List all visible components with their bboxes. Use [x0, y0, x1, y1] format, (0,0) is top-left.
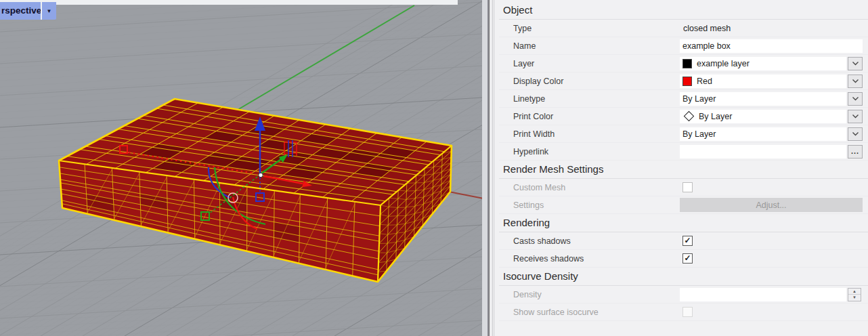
viewport-title[interactable]: rspective	[0, 2, 41, 20]
display-color-dropdown-button[interactable]	[848, 75, 863, 88]
row-print-width: Print Width By Layer	[499, 125, 868, 143]
density-spinner[interactable]: ▲ ▼	[848, 288, 861, 301]
print-color-label: Print Color	[499, 112, 680, 121]
casts-shadows-label: Casts shadows	[499, 236, 680, 246]
linetype-label: Linetype	[499, 94, 680, 104]
chevron-down-icon	[852, 61, 859, 66]
perspective-viewport[interactable]: rspective ▼	[0, 0, 489, 336]
viewport-menu-button[interactable]: ▼	[42, 2, 56, 20]
print-width-label: Print Width	[499, 129, 680, 139]
show-surface-isocurve-label: Show surface isocurve	[499, 308, 680, 317]
receives-shadows-checkbox[interactable]: ✓	[682, 253, 693, 264]
section-header-rendering: Rendering	[499, 214, 868, 232]
viewport-title-tab[interactable]: rspective ▼	[0, 2, 56, 20]
viewport-right-edge	[482, 0, 487, 336]
casts-shadows-checkbox[interactable]: ✓	[682, 236, 693, 246]
bylayer-diamond-icon	[684, 111, 695, 122]
density-input[interactable]	[680, 288, 846, 301]
chevron-down-icon	[852, 96, 859, 101]
print-color-dropdown[interactable]: By Layer	[680, 110, 846, 123]
viewport-top-strip	[0, 0, 458, 5]
print-color-dropdown-button[interactable]	[848, 110, 863, 123]
print-width-dropdown-button[interactable]	[848, 127, 863, 141]
linetype-dropdown-button[interactable]	[848, 92, 863, 106]
row-type: Type closed mesh	[499, 20, 868, 37]
display-color-label: Display Color	[499, 77, 680, 86]
properties-panel: Object Type closed mesh Name example box…	[494, 0, 868, 336]
row-hyperlink: Hyperlink ...	[499, 143, 868, 161]
chevron-down-icon	[852, 79, 859, 83]
row-layer: Layer example layer	[499, 55, 868, 72]
layer-label: Layer	[499, 59, 680, 68]
display-color-dropdown[interactable]: Red	[680, 75, 846, 88]
layer-color-swatch	[682, 59, 692, 68]
adjust-mesh-button[interactable]: Adjust...	[680, 198, 863, 212]
chevron-down-icon	[852, 114, 859, 119]
rhino-window: rspective ▼ Object Type closed mesh Name…	[0, 0, 868, 336]
row-receives-shadows: Receives shadows ✓	[499, 250, 868, 268]
checkmark-icon: ✓	[684, 236, 691, 245]
row-settings: Settings Adjust...	[499, 196, 868, 214]
panel-splitter[interactable]	[489, 0, 494, 336]
custom-mesh-checkbox[interactable]: ✓	[682, 182, 693, 192]
row-linetype: Linetype By Layer	[499, 90, 868, 108]
gumball-origin	[259, 173, 263, 177]
row-show-surface-isocurve: Show surface isocurve ✓	[499, 303, 868, 321]
row-density: Density ▲ ▼	[499, 286, 868, 303]
hyperlink-browse-button[interactable]: ...	[848, 145, 863, 159]
type-label: Type	[499, 24, 680, 33]
layer-dropdown-button[interactable]	[848, 57, 863, 70]
viewport-canvas[interactable]	[0, 0, 489, 336]
spinner-down-icon[interactable]: ▼	[848, 295, 861, 301]
triangle-down-icon: ▼	[47, 8, 52, 14]
section-header-object: Object	[499, 1, 868, 20]
row-custom-mesh: Custom Mesh ✓	[499, 179, 868, 196]
hyperlink-input[interactable]	[680, 145, 846, 159]
custom-mesh-label: Custom Mesh	[499, 183, 680, 192]
name-label: Name	[499, 41, 680, 51]
ellipsis-icon: ...	[851, 148, 859, 155]
density-label: Density	[499, 290, 680, 299]
chevron-down-icon	[852, 131, 859, 136]
section-header-render-mesh-settings: Render Mesh Settings	[499, 161, 868, 179]
display-color-swatch	[682, 77, 692, 86]
linetype-dropdown[interactable]: By Layer	[680, 92, 846, 106]
row-print-color: Print Color By Layer	[499, 108, 868, 125]
section-header-isocurve-density: Isocurve Density	[499, 268, 868, 286]
hyperlink-label: Hyperlink	[499, 147, 680, 156]
row-name: Name example box	[499, 37, 868, 55]
receives-shadows-label: Receives shadows	[499, 254, 680, 264]
settings-label: Settings	[499, 201, 680, 210]
type-value: closed mesh	[680, 24, 731, 33]
row-display-color: Display Color Red	[499, 72, 868, 90]
print-width-dropdown[interactable]: By Layer	[680, 127, 846, 141]
layer-dropdown[interactable]: example layer	[680, 57, 846, 70]
name-input[interactable]: example box	[680, 39, 863, 53]
checkmark-icon: ✓	[684, 254, 691, 262]
row-casts-shadows: Casts shadows ✓	[499, 232, 868, 250]
show-surface-isocurve-checkbox[interactable]: ✓	[682, 307, 693, 317]
spinner-up-icon[interactable]: ▲	[848, 289, 861, 295]
